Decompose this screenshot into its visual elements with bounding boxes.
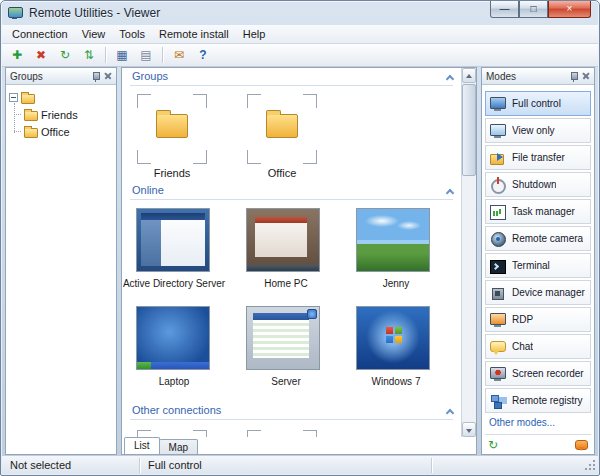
thumbnail-active-directory-server[interactable] — [136, 208, 210, 272]
mode-label: Terminal — [512, 260, 550, 271]
refresh-button[interactable]: ↻ — [54, 46, 76, 65]
remote-camera-icon — [489, 231, 507, 247]
mode-label: Chat — [512, 341, 533, 352]
group-item-label[interactable]: Friends — [124, 167, 220, 179]
mode-label: Full control — [512, 98, 561, 109]
group-item-office[interactable] — [247, 94, 317, 164]
mode-shutdown[interactable]: Shutdown — [485, 172, 591, 197]
vertical-scrollbar[interactable] — [461, 68, 476, 437]
section-title-groups: Groups — [132, 70, 174, 82]
mode-label: View only — [512, 125, 555, 136]
section-rule — [130, 199, 453, 200]
connection-label[interactable]: Windows 7 — [342, 376, 450, 387]
mode-terminal[interactable]: Terminal — [485, 253, 591, 278]
mode-full-control[interactable]: Full control — [485, 91, 591, 116]
delete-connection-button[interactable]: ✖ — [30, 46, 52, 65]
tree-item-label: Friends — [41, 109, 78, 121]
mode-rdp[interactable]: RDP — [485, 307, 591, 332]
maximize-button[interactable]: □ — [519, 1, 548, 18]
group-folder-icon — [266, 114, 298, 138]
collapse-groups-icon[interactable] — [446, 75, 454, 83]
thumbnail-jenny[interactable] — [356, 208, 430, 272]
connection-label[interactable]: Laptop — [122, 376, 226, 387]
tree-item-label: Office — [41, 126, 70, 138]
mode-task-manager[interactable]: Task manager — [485, 199, 591, 224]
app-icon — [8, 7, 23, 20]
mode-device-manager[interactable]: Device manager — [485, 280, 591, 305]
mode-file-transfer[interactable]: File transfer — [485, 145, 591, 170]
thumbnail-home-pc[interactable] — [246, 208, 320, 272]
connections-panel: Groups Friends Office Online Active Dire… — [121, 67, 477, 455]
tree-item-office[interactable]: Office — [22, 123, 113, 140]
tab-list[interactable]: List — [124, 437, 160, 454]
close-button[interactable]: × — [548, 1, 591, 18]
mode-remote-registry[interactable]: Remote registry — [485, 388, 591, 413]
modes-panel-title: Modes — [486, 71, 569, 82]
modes-panel: Modes Full control View only File transf… — [481, 67, 595, 455]
chat-icon — [489, 339, 507, 355]
scrollbar-thumb[interactable] — [462, 84, 476, 176]
connect-button[interactable]: ⇅ — [78, 46, 100, 65]
modes-panel-header: Modes — [482, 68, 594, 85]
section-rule — [130, 85, 453, 86]
mode-label: Device manager — [512, 287, 585, 298]
menu-tools[interactable]: Tools — [112, 26, 152, 42]
thumbnail-server[interactable] — [246, 306, 320, 370]
other-modes-link[interactable]: Other modes... — [489, 417, 594, 428]
close-panel-icon[interactable] — [104, 72, 112, 80]
connection-label[interactable]: Server — [232, 376, 340, 387]
connection-placeholder — [137, 430, 207, 437]
tab-map[interactable]: Map — [159, 439, 198, 454]
mode-view-only[interactable]: View only — [485, 118, 591, 143]
mode-screen-recorder[interactable]: Screen recorder — [485, 361, 591, 386]
status-spacer — [432, 458, 598, 473]
section-title-online: Online — [132, 184, 170, 196]
menu-remote-install[interactable]: Remote install — [152, 26, 236, 42]
group-item-label[interactable]: Office — [234, 167, 330, 179]
mode-remote-camera[interactable]: Remote camera — [485, 226, 591, 251]
status-bar: Not selected Full control — [2, 455, 598, 474]
connections-scroll-area: Groups Friends Office Online Active Dire… — [122, 68, 461, 437]
connection-label[interactable]: Active Directory Server — [122, 278, 226, 289]
scroll-up-icon[interactable] — [462, 68, 476, 83]
thumbnail-windows-7[interactable] — [356, 306, 430, 370]
connection-label[interactable]: Home PC — [232, 278, 340, 289]
tree-expander-icon[interactable] — [9, 93, 18, 102]
menu-connection[interactable]: Connection — [5, 26, 75, 42]
root-folder-icon — [21, 94, 35, 104]
chat-button[interactable]: ✉ — [168, 46, 190, 65]
scroll-down-icon[interactable] — [462, 422, 476, 437]
collapse-other-icon[interactable] — [446, 409, 454, 417]
titlebar[interactable]: Remote Utilities - Viewer — □ × — [1, 1, 599, 25]
close-panel-icon[interactable] — [582, 72, 590, 80]
connection-label[interactable]: Jenny — [342, 278, 450, 289]
mode-label: Task manager — [512, 206, 575, 217]
tree-item-friends[interactable]: Friends — [22, 106, 113, 123]
view-tabs: List Map — [124, 437, 197, 454]
help-button[interactable]: ? — [192, 46, 214, 65]
pin-icon[interactable] — [91, 71, 100, 82]
mode-label: Remote registry — [512, 395, 583, 406]
pin-icon[interactable] — [569, 71, 578, 82]
logs-button[interactable]: ▤ — [135, 46, 157, 65]
resize-grip[interactable] — [582, 457, 596, 471]
connection-badge — [307, 309, 317, 319]
chat-bubble-icon[interactable] — [575, 440, 588, 450]
full-control-icon — [489, 96, 507, 112]
menu-help[interactable]: Help — [236, 26, 273, 42]
refresh-modes-icon[interactable]: ↻ — [488, 439, 498, 451]
tree-children: Friends Office — [22, 106, 113, 140]
tree-root[interactable] — [9, 89, 113, 106]
mode-chat[interactable]: Chat — [485, 334, 591, 359]
menu-view[interactable]: View — [75, 26, 113, 42]
minimize-button[interactable]: — — [490, 1, 519, 18]
address-book-button[interactable]: ▦ — [111, 46, 133, 65]
mode-label: Screen recorder — [512, 368, 584, 379]
thumbnail-laptop[interactable] — [136, 306, 210, 370]
mode-label: File transfer — [512, 152, 565, 163]
connection-placeholder — [247, 430, 317, 437]
collapse-online-icon[interactable] — [446, 189, 454, 197]
add-connection-button[interactable]: ✚ — [6, 46, 28, 65]
group-item-friends[interactable] — [137, 94, 207, 164]
toolbar-separator — [105, 47, 106, 63]
